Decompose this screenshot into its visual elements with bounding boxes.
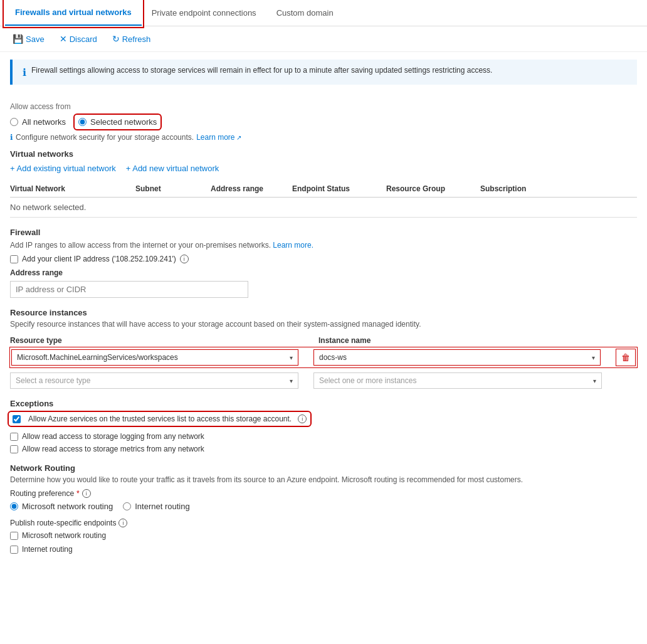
- exception-trusted-checkbox[interactable]: [13, 415, 21, 423]
- vnet-empty-message: No network selected.: [10, 198, 637, 218]
- firewall-title: Firewall: [10, 228, 637, 237]
- exceptions-title: Exceptions: [10, 399, 637, 408]
- routing-radio-group: Microsoft network routing Internet routi…: [10, 502, 637, 511]
- publish-endpoints-info-icon: i: [118, 519, 127, 527]
- vnet-actions: + Add existing virtual network + Add new…: [10, 164, 637, 173]
- save-icon: 💾: [13, 34, 23, 44]
- page-container: Firewalls and virtual networks Private e…: [0, 0, 647, 574]
- access-radio-group: All networks Selected networks: [10, 116, 637, 128]
- tab-bar: Firewalls and virtual networks Private e…: [0, 0, 647, 26]
- tab-private-endpoint[interactable]: Private endpoint connections: [142, 1, 266, 25]
- info-icon: ℹ: [23, 66, 26, 78]
- firewall-learn-more[interactable]: Learn more.: [273, 241, 313, 250]
- tab-custom-domain[interactable]: Custom domain: [266, 1, 344, 25]
- resource-type-dropdown-1[interactable]: Microsoft.MachineLearningServices/worksp…: [11, 349, 298, 366]
- add-existing-vnet-button[interactable]: + Add existing virtual network: [10, 164, 116, 173]
- resource-type-dropdown-2[interactable]: Select a resource type ▾: [10, 372, 298, 389]
- microsoft-routing-option[interactable]: Microsoft network routing: [10, 502, 113, 511]
- selected-networks-radio[interactable]: [78, 118, 87, 126]
- client-ip-checkbox[interactable]: [10, 255, 18, 263]
- resource-instances-section: Resource instances Specify resource inst…: [10, 308, 637, 389]
- info-bar: ℹ Firewall settings allowing access to s…: [10, 60, 637, 85]
- address-range-input[interactable]: [10, 281, 248, 298]
- resource-instances-title: Resource instances: [10, 308, 637, 317]
- virtual-networks-title: Virtual networks: [10, 149, 637, 159]
- publish-ms-routing-item: Microsoft network routing: [10, 531, 637, 540]
- discard-icon: ✕: [60, 34, 67, 44]
- col-subscription: Subscription: [480, 184, 562, 193]
- instance-name-dropdown-2[interactable]: Select one or more instances ▾: [313, 372, 602, 389]
- all-networks-radio[interactable]: [10, 118, 18, 126]
- helper-info-icon: ℹ: [10, 133, 13, 142]
- internet-routing-radio[interactable]: [123, 502, 131, 510]
- col-address-range: Address range: [211, 184, 292, 193]
- firewall-description: Add IP ranges to allow access from the i…: [10, 241, 637, 250]
- virtual-networks-section: Virtual networks + Add existing virtual …: [10, 149, 637, 218]
- refresh-button[interactable]: ↻ Refresh: [110, 31, 154, 46]
- exception-metrics-checkbox[interactable]: [10, 445, 18, 453]
- resource-type-col-label: Resource type: [10, 336, 303, 345]
- address-range-container: Address range: [10, 268, 637, 298]
- resource-instance-row-1: Microsoft.MachineLearningServices/worksp…: [10, 347, 637, 367]
- resource-instance-row-2: Select a resource type ▾ Select one or m…: [10, 372, 637, 389]
- network-routing-desc: Determine how you would like to route yo…: [10, 475, 637, 484]
- firewall-section: Firewall Add IP ranges to allow access f…: [10, 228, 637, 298]
- exception-metrics-item: Allow read access to storage metrics fro…: [10, 445, 637, 453]
- exception-trusted-info-icon: i: [298, 414, 307, 423]
- save-button[interactable]: 💾 Save: [10, 31, 47, 46]
- exceptions-section: Exceptions Allow Azure services on the t…: [10, 399, 637, 453]
- instance-name-dropdown-1[interactable]: docs-ws ▾: [313, 349, 601, 366]
- network-security-helper: ℹ Configure network security for your st…: [10, 133, 637, 142]
- col-resource-group: Resource Group: [386, 184, 480, 193]
- col-subnet: Subnet: [135, 184, 211, 193]
- main-content: Allow access from All networks Selected …: [0, 92, 647, 574]
- add-new-vnet-button[interactable]: + Add new virtual network: [126, 164, 219, 173]
- discard-button[interactable]: ✕ Discard: [57, 31, 100, 46]
- internet-routing-option[interactable]: Internet routing: [123, 502, 189, 511]
- vnet-table-header: Virtual Network Subnet Address range End…: [10, 181, 637, 198]
- routing-preference-label: Routing preference * i: [10, 489, 637, 498]
- toolbar: 💾 Save ✕ Discard ↻ Refresh: [0, 26, 647, 52]
- routing-pref-info-icon: i: [82, 489, 91, 498]
- selected-networks-option[interactable]: Selected networks: [76, 116, 159, 128]
- col-endpoint-status: Endpoint Status: [292, 184, 386, 193]
- allow-access-label: Allow access from: [10, 102, 637, 111]
- refresh-icon: ↻: [112, 34, 120, 44]
- instance-name-col-label: Instance name: [318, 336, 612, 345]
- resource-instances-desc: Specify resource instances that will hav…: [10, 320, 637, 329]
- network-security-learn-more[interactable]: Learn more: [196, 133, 241, 142]
- network-routing-title: Network Routing: [10, 463, 637, 473]
- publish-internet-routing-item: Internet routing: [10, 545, 637, 554]
- client-ip-checkbox-item: Add your client IP address ('108.252.109…: [10, 255, 637, 263]
- publish-internet-routing-checkbox[interactable]: [10, 546, 18, 554]
- exception-trusted-item: Allow Azure services on the trusted serv…: [10, 413, 309, 425]
- address-range-label: Address range: [10, 268, 637, 277]
- resource-type-arrow-icon-2: ▾: [290, 377, 293, 384]
- microsoft-routing-radio[interactable]: [10, 502, 18, 510]
- exception-logging-item: Allow read access to storage logging fro…: [10, 432, 637, 441]
- allow-access-section: Allow access from All networks Selected …: [10, 102, 637, 142]
- col-virtual-network: Virtual Network: [10, 184, 135, 193]
- tab-firewalls[interactable]: Firewalls and virtual networks: [5, 0, 142, 26]
- network-routing-section: Network Routing Determine how you would …: [10, 463, 637, 554]
- resource-row-headers: Resource type Instance name: [10, 336, 637, 345]
- delete-resource-row-button[interactable]: 🗑: [616, 349, 636, 366]
- instance-arrow-icon-2: ▾: [593, 377, 596, 384]
- instance-arrow-icon: ▾: [592, 354, 595, 361]
- client-ip-info-icon: i: [180, 255, 189, 263]
- exception-logging-checkbox[interactable]: [10, 433, 18, 441]
- all-networks-option[interactable]: All networks: [10, 117, 66, 127]
- publish-endpoints-label: Publish route-specific endpoints i: [10, 519, 637, 527]
- publish-ms-routing-checkbox[interactable]: [10, 532, 18, 540]
- required-star: *: [76, 489, 80, 498]
- resource-type-arrow-icon: ▾: [290, 354, 293, 361]
